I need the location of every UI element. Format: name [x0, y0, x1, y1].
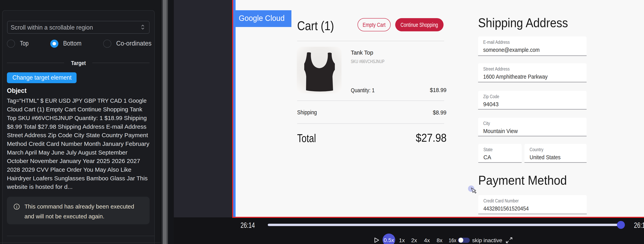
svg-text:i: i — [16, 204, 17, 209]
